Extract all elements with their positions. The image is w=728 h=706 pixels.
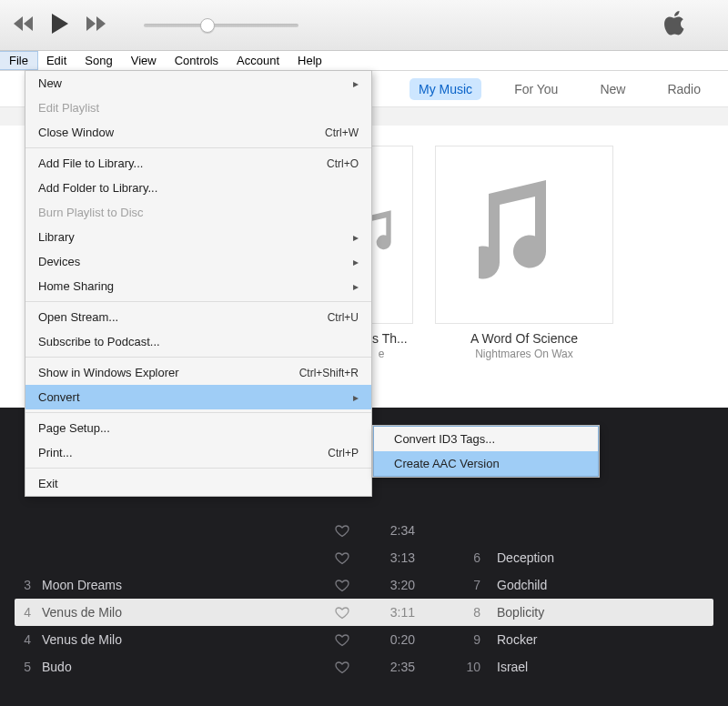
track-row[interactable]: 4Venus de Milo0:209Rocker xyxy=(15,626,713,653)
menu-help[interactable]: Help xyxy=(288,52,331,69)
track-duration: 0:20 xyxy=(369,632,415,647)
menu-item-add-file-to-library[interactable]: Add File to Library...Ctrl+O xyxy=(25,151,371,176)
track-duration: 3:13 xyxy=(369,550,415,565)
track-title: Deception xyxy=(497,550,710,565)
track-row[interactable]: 3Moon Dreams3:207Godchild xyxy=(15,571,713,599)
menu-item-library[interactable]: Library▸ xyxy=(25,225,371,249)
player-toolbar xyxy=(0,0,728,51)
track-title: Moon Dreams xyxy=(42,578,315,592)
menu-item-convert[interactable]: Convert▸ xyxy=(25,385,371,409)
menu-item-new[interactable]: New▸ xyxy=(25,71,371,96)
menu-account[interactable]: Account xyxy=(228,52,288,69)
menu-song[interactable]: Song xyxy=(76,52,121,69)
tab-for-you[interactable]: For You xyxy=(505,78,567,100)
menu-item-shortcut: Ctrl+W xyxy=(325,126,359,139)
heart-icon[interactable] xyxy=(315,632,369,647)
menu-controls[interactable]: Controls xyxy=(166,52,228,69)
volume-slider-knob[interactable] xyxy=(200,18,215,33)
track-title: Venus de Milo xyxy=(42,632,315,647)
track-number: 7 xyxy=(415,578,497,592)
tab-new[interactable]: New xyxy=(591,78,634,100)
track-title: Rocker xyxy=(497,632,710,647)
menu-edit[interactable]: Edit xyxy=(37,52,76,69)
track-number: 10 xyxy=(415,660,497,674)
album-card[interactable]: A Word Of Science Nightmares On Wax xyxy=(435,146,613,360)
heart-icon[interactable] xyxy=(315,523,369,538)
play-icon[interactable] xyxy=(51,14,69,37)
chevron-right-icon: ▸ xyxy=(353,231,359,244)
apple-logo-icon xyxy=(664,11,686,40)
menu-item-label: Edit Playlist xyxy=(38,101,99,115)
menu-item-exit[interactable]: Exit xyxy=(25,471,371,496)
convert-submenu: Convert ID3 Tags...Create AAC Version xyxy=(373,426,599,477)
menu-item-label: Subscribe to Podcast... xyxy=(38,335,160,348)
menu-item-home-sharing[interactable]: Home Sharing▸ xyxy=(25,274,371,298)
track-duration: 3:20 xyxy=(369,578,415,592)
album-title: A Word Of Science xyxy=(435,331,613,346)
track-number: 5 xyxy=(18,660,42,674)
menu-item-label: Devices xyxy=(38,255,80,268)
track-row[interactable]: 4Venus de Milo3:118Boplicity xyxy=(15,599,713,626)
previous-icon[interactable] xyxy=(13,16,35,35)
album-art-icon xyxy=(435,146,613,324)
track-title: Venus de Milo xyxy=(42,605,315,620)
menu-item-show-in-windows-explorer[interactable]: Show in Windows ExplorerCtrl+Shift+R xyxy=(25,360,371,385)
track-row[interactable]: 3:136Deception xyxy=(15,544,713,571)
submenu-item-convert-id3-tags[interactable]: Convert ID3 Tags... xyxy=(374,427,598,451)
track-title: Godchild xyxy=(497,578,710,592)
submenu-item-create-aac-version[interactable]: Create AAC Version xyxy=(374,451,598,476)
chevron-right-icon: ▸ xyxy=(353,77,359,90)
menu-item-add-folder-to-library[interactable]: Add Folder to Library... xyxy=(25,176,371,200)
menu-item-subscribe-to-podcast[interactable]: Subscribe to Podcast... xyxy=(25,329,371,354)
chevron-right-icon: ▸ xyxy=(353,280,359,293)
menu-item-label: Exit xyxy=(38,477,58,490)
track-number: 4 xyxy=(18,605,42,620)
tab-radio[interactable]: Radio xyxy=(658,78,710,100)
menu-separator xyxy=(25,147,371,148)
heart-icon[interactable] xyxy=(315,605,369,620)
menu-item-page-setup[interactable]: Page Setup... xyxy=(25,416,371,440)
menu-item-shortcut: Ctrl+Shift+R xyxy=(299,367,359,379)
chevron-right-icon: ▸ xyxy=(353,391,359,404)
track-number: 9 xyxy=(415,632,497,647)
menu-item-label: Convert xyxy=(38,390,80,404)
menu-item-shortcut: Ctrl+P xyxy=(328,447,359,459)
track-title: Budo xyxy=(42,660,315,674)
menu-item-shortcut: Ctrl+O xyxy=(327,157,359,170)
track-row[interactable]: 2:34 xyxy=(15,517,713,544)
menu-item-label: New xyxy=(38,76,62,90)
menu-item-devices[interactable]: Devices▸ xyxy=(25,249,371,274)
menu-separator xyxy=(25,357,371,358)
tab-my-music[interactable]: My Music xyxy=(410,78,481,100)
menu-view[interactable]: View xyxy=(122,52,166,69)
menu-item-print[interactable]: Print...Ctrl+P xyxy=(25,440,371,465)
menu-item-edit-playlist: Edit Playlist xyxy=(25,96,371,120)
heart-icon[interactable] xyxy=(315,550,369,565)
playback-controls xyxy=(13,14,107,37)
menu-file[interactable]: File xyxy=(0,52,37,69)
menu-item-burn-playlist-to-disc: Burn Playlist to Disc xyxy=(25,200,371,225)
menu-item-open-stream[interactable]: Open Stream...Ctrl+U xyxy=(25,305,371,329)
track-number: 4 xyxy=(18,632,42,647)
file-menu-dropdown: New▸Edit PlaylistClose WindowCtrl+WAdd F… xyxy=(25,70,372,497)
menu-item-label: Open Stream... xyxy=(38,310,118,324)
track-duration: 2:34 xyxy=(369,523,415,538)
menu-item-close-window[interactable]: Close WindowCtrl+W xyxy=(25,120,371,145)
next-icon[interactable] xyxy=(86,16,107,35)
menu-separator xyxy=(25,412,371,413)
track-row[interactable]: 5Budo2:3510Israel xyxy=(15,653,713,681)
album-artist: Nightmares On Wax xyxy=(435,348,613,360)
menu-item-label: Show in Windows Explorer xyxy=(38,366,179,379)
track-number: 6 xyxy=(415,550,497,565)
heart-icon[interactable] xyxy=(315,578,369,592)
menu-item-shortcut: Ctrl+U xyxy=(328,311,359,324)
track-title: Israel xyxy=(497,660,710,674)
menu-item-label: Home Sharing xyxy=(38,279,114,293)
volume-slider[interactable] xyxy=(144,24,298,27)
track-number: 8 xyxy=(415,605,497,620)
heart-icon[interactable] xyxy=(315,660,369,674)
track-duration: 3:11 xyxy=(369,605,415,620)
track-number: 3 xyxy=(18,578,42,592)
menu-item-label: Add File to Library... xyxy=(38,156,143,170)
menu-item-label: Burn Playlist to Disc xyxy=(38,206,144,219)
